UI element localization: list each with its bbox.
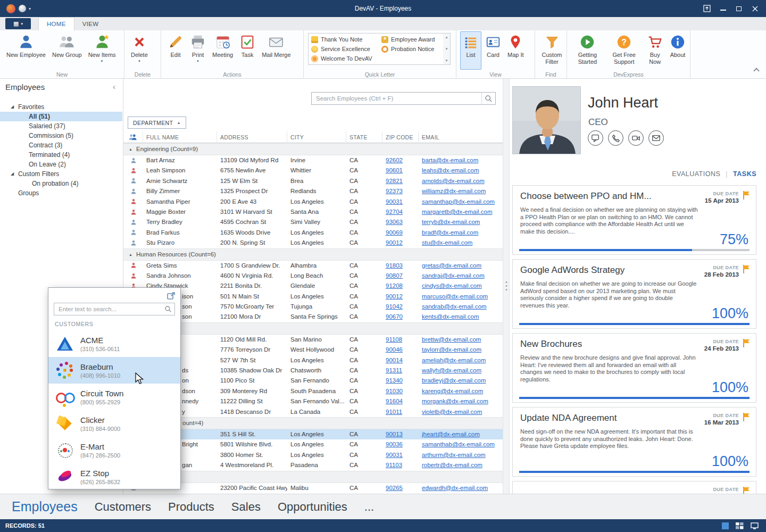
group-header-row[interactable]: ▲ Engineering (Count=9) [123, 143, 503, 155]
open-external-icon[interactable] [166, 291, 176, 301]
email-link[interactable]: marcuso@dx-email.com [419, 292, 503, 302]
zip-link[interactable]: 92821 [382, 176, 419, 186]
zip-link[interactable]: 90601 [382, 165, 419, 176]
column-header-state[interactable]: STATE [346, 131, 382, 143]
email-link[interactable]: taylorr@dx-email.com [419, 345, 503, 355]
email-link[interactable]: kents@dx-email.com [419, 312, 503, 322]
search-input[interactable] [312, 93, 481, 104]
status-monitor-icon[interactable] [751, 522, 759, 529]
table-row[interactable]: Billy Zimmer 1325 Prospect Dr Redlands C… [123, 186, 503, 196]
email-link[interactable]: barta@dx-email.com [419, 155, 503, 165]
zip-link[interactable]: 91208 [382, 281, 419, 291]
email-link[interactable]: sandraj@dx-email.com [419, 271, 503, 281]
panel-splitter[interactable] [503, 79, 510, 494]
sidebar-item[interactable]: ◢ Custom Filters [0, 169, 122, 179]
email-link[interactable]: violetb@dx-email.com [419, 407, 503, 417]
tab-evaluations[interactable]: EVALUATIONS [672, 170, 720, 178]
meeting-button[interactable]: Meeting [210, 31, 236, 70]
nav-item[interactable]: Sales [231, 500, 261, 514]
sidebar-item[interactable]: Salaried (37) [0, 121, 122, 131]
scroll-up-icon[interactable]: ▴ [446, 35, 448, 39]
table-row[interactable]: Maggie Boxter 3101 W Harvard St Santa An… [123, 207, 503, 217]
task-card[interactable]: Update NDA Agreement DUE DATE 16 Mar 201… [512, 407, 756, 477]
sidebar-item[interactable]: ◢ Favorites [0, 102, 122, 112]
print-button[interactable]: Print ▾ [187, 31, 209, 70]
video-call-button[interactable] [628, 130, 644, 146]
column-header-person-icon[interactable] [123, 131, 143, 143]
scroll-down-icon[interactable]: ▾ [446, 47, 448, 51]
task-card-partial[interactable]: DUE DATE [512, 481, 756, 494]
ribbon-display-options-button[interactable] [699, 2, 715, 15]
search-icon[interactable] [481, 93, 495, 104]
zip-link[interactable]: 90012 [382, 238, 419, 248]
column-header-email[interactable]: EMAIL [419, 131, 503, 143]
zip-link[interactable]: 90265 [382, 483, 419, 493]
new-items-button[interactable]: New Items ▾ [86, 31, 119, 70]
zip-link[interactable]: 91030 [382, 386, 419, 396]
gallery-dropdown-icon[interactable]: ▾ [446, 59, 448, 63]
group-by-department-chip[interactable]: DEPARTMENT ▲ [128, 117, 186, 129]
email-link[interactable]: gretas@dx-email.com [419, 261, 503, 271]
delete-button[interactable]: Delete ▾ [128, 31, 151, 70]
task-card[interactable]: Choose between PPO and HM... DUE DATE 15… [512, 185, 756, 255]
email-link[interactable]: brettw@dx-email.com [419, 335, 503, 345]
call-button[interactable] [608, 130, 623, 146]
email-link[interactable]: morgank@dx-email.com [419, 396, 503, 406]
table-row[interactable]: Greta Sims 1700 S Grandview Dr. Alhambra… [123, 261, 503, 271]
nav-item[interactable]: ... [364, 500, 374, 514]
maximize-button[interactable] [731, 2, 747, 15]
table-row[interactable]: Stu Pizaro 200 N. Spring St Los Angeles … [123, 238, 503, 248]
email-link[interactable]: williamz@dx-email.com [419, 186, 503, 196]
sidebar-item[interactable]: Groups [0, 188, 122, 198]
column-header-city[interactable]: CITY [287, 131, 346, 143]
zip-link[interactable]: 91011 [382, 407, 419, 417]
status-grid-view-icon[interactable] [736, 522, 744, 529]
email-link[interactable]: terryb@dx-email.com [419, 217, 503, 227]
sidebar-item[interactable]: Commission (5) [0, 131, 122, 140]
table-row[interactable]: Sandra Johnson 4600 N Virginia Rd. Long … [123, 271, 503, 281]
zip-link[interactable]: 91604 [382, 396, 419, 406]
customer-item[interactable]: Braeburn (408) 996-1010 [48, 357, 180, 384]
about-button[interactable]: About [667, 31, 688, 70]
table-row[interactable]: Terry Bradley 4595 Cochran St Simi Valle… [123, 217, 503, 227]
sidebar-item[interactable]: All (51) [0, 112, 122, 121]
quick-letter-item[interactable]: Probation Notice [381, 44, 440, 54]
email-link[interactable]: bradf@dx-email.com [419, 228, 503, 238]
sidebar-item[interactable]: On probation (4) [0, 179, 122, 188]
quick-letter-item[interactable]: Employee Award [381, 35, 440, 44]
email-link[interactable]: wallyh@dx-email.com [419, 365, 503, 376]
email-link[interactable]: edwardh@dx-email.com [419, 483, 503, 493]
email-link[interactable]: arthurm@dx-email.com [419, 450, 503, 460]
zip-link[interactable]: 90031 [382, 197, 419, 207]
table-row[interactable]: Brad Farkus 1635 Woods Drive Los Angeles… [123, 228, 503, 238]
table-row[interactable]: Bart Arnaz 13109 Old Myford Rd Irvine CA… [123, 155, 503, 165]
search-icon[interactable] [162, 303, 174, 315]
ribbon-collapse-icon[interactable] [753, 68, 759, 73]
zip-link[interactable]: 91803 [382, 261, 419, 271]
chat-button[interactable] [588, 130, 603, 146]
edit-button[interactable]: Edit [165, 31, 186, 70]
app-logo-icon[interactable] [6, 4, 15, 13]
task-card[interactable]: New Brochures DUE DATE 24 Feb 2013 Revie… [512, 333, 756, 403]
email-link[interactable]: samanthab@dx-email.com [419, 439, 503, 450]
customer-item[interactable]: Clicker (310) 884-9000 [48, 410, 180, 437]
email-link[interactable]: arnolds@dx-email.com [419, 176, 503, 186]
zip-link[interactable]: 90012 [382, 292, 419, 302]
app-menu-button[interactable]: ▦▾ [5, 18, 31, 29]
email-link[interactable]: robertr@dx-email.com [419, 460, 503, 470]
nav-item[interactable]: Customers [95, 500, 151, 514]
customer-item[interactable]: EZ Stop (626) 265-8632 [48, 463, 180, 489]
sidebar-item[interactable]: Contract (3) [0, 140, 122, 150]
email-link[interactable]: margaretb@dx-email.com [419, 207, 503, 217]
close-button[interactable] [747, 2, 763, 15]
minimize-button[interactable] [715, 2, 731, 15]
zip-link[interactable]: 90013 [382, 429, 419, 439]
zip-link[interactable]: 91042 [382, 302, 419, 312]
email-link[interactable]: kareng@dx-email.com [419, 386, 503, 396]
customer-item[interactable]: ACME (310) 536-0611 [48, 330, 180, 357]
nav-item[interactable]: Employees [12, 499, 78, 514]
zip-link[interactable]: 90670 [382, 312, 419, 322]
zip-link[interactable]: 92373 [382, 186, 419, 196]
nav-item[interactable]: Products [168, 500, 214, 514]
tab-home[interactable]: HOME [38, 17, 74, 30]
